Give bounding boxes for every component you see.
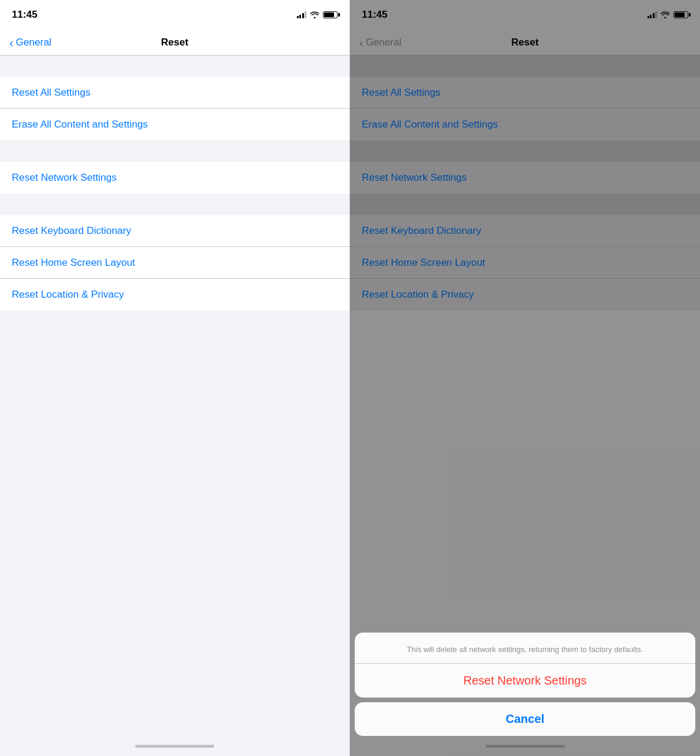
section-sep-left-1 xyxy=(0,56,349,77)
back-button-left[interactable]: ‹ General xyxy=(9,37,51,48)
chevron-left-icon-right: ‹ xyxy=(359,37,364,48)
settings-group-right-2: Reset Network Settings xyxy=(350,162,700,194)
erase-all-content-label-right: Erase All Content and Settings xyxy=(362,119,498,131)
reset-keyboard-left[interactable]: Reset Keyboard Dictionary xyxy=(0,215,349,247)
reset-all-settings-left[interactable]: Reset All Settings xyxy=(0,77,349,109)
left-panel: 11:45 ‹ General Reset xyxy=(0,0,350,756)
reset-all-settings-right[interactable]: Reset All Settings xyxy=(350,77,700,109)
back-button-right[interactable]: ‹ General xyxy=(359,37,401,48)
reset-keyboard-label-left: Reset Keyboard Dictionary xyxy=(12,225,131,237)
signal-icon-right xyxy=(647,11,658,18)
nav-bar-left: ‹ General Reset xyxy=(0,30,349,56)
settings-group-left-3: Reset Keyboard Dictionary Reset Home Scr… xyxy=(0,215,349,311)
action-sheet-cancel-group: Cancel xyxy=(355,702,695,736)
erase-all-content-left[interactable]: Erase All Content and Settings xyxy=(0,109,349,141)
battery-icon-right xyxy=(673,11,688,18)
reset-keyboard-right[interactable]: Reset Keyboard Dictionary xyxy=(350,215,700,247)
right-panel: 11:45 ‹ General Reset xyxy=(350,0,700,756)
reset-keyboard-label-right: Reset Keyboard Dictionary xyxy=(362,225,481,237)
reset-all-settings-label-left: Reset All Settings xyxy=(12,87,90,99)
action-sheet: This will delete all network settings, r… xyxy=(350,633,700,756)
section-sep-right-2 xyxy=(350,141,700,162)
reset-home-screen-left[interactable]: Reset Home Screen Layout xyxy=(0,247,349,279)
reset-location-label-right: Reset Location & Privacy xyxy=(362,289,474,301)
reset-home-screen-label-right: Reset Home Screen Layout xyxy=(362,257,485,269)
reset-network-label-left: Reset Network Settings xyxy=(12,172,117,184)
action-sheet-destructive-button[interactable]: Reset Network Settings xyxy=(355,664,695,698)
nav-title-left: Reset xyxy=(161,37,188,48)
action-sheet-group: This will delete all network settings, r… xyxy=(355,633,695,698)
wifi-icon-left xyxy=(310,11,319,18)
settings-group-right-3: Reset Keyboard Dictionary Reset Home Scr… xyxy=(350,215,700,311)
settings-group-right-1: Reset All Settings Erase All Content and… xyxy=(350,77,700,141)
settings-group-left-2: Reset Network Settings xyxy=(0,162,349,194)
settings-group-left-1: Reset All Settings Erase All Content and… xyxy=(0,77,349,141)
reset-all-settings-label-right: Reset All Settings xyxy=(362,87,440,99)
chevron-left-icon-left: ‹ xyxy=(9,37,14,48)
reset-network-right[interactable]: Reset Network Settings xyxy=(350,162,700,194)
nav-bar-right: ‹ General Reset xyxy=(350,30,700,56)
section-sep-right-1 xyxy=(350,56,700,77)
reset-location-right[interactable]: Reset Location & Privacy xyxy=(350,279,700,311)
battery-icon-left xyxy=(323,11,338,18)
action-sheet-cancel-button[interactable]: Cancel xyxy=(355,702,695,736)
reset-home-screen-label-left: Reset Home Screen Layout xyxy=(12,257,135,269)
erase-all-content-label-left: Erase All Content and Settings xyxy=(12,119,148,131)
home-indicator-left xyxy=(0,736,349,756)
nav-title-right: Reset xyxy=(511,37,538,48)
section-sep-right-3 xyxy=(350,194,700,215)
erase-all-content-right[interactable]: Erase All Content and Settings xyxy=(350,109,700,141)
status-time-left: 11:45 xyxy=(12,9,37,21)
home-bar-left xyxy=(135,745,214,748)
reset-network-label-right: Reset Network Settings xyxy=(362,172,467,184)
wifi-icon-right xyxy=(660,11,670,18)
action-sheet-message: This will delete all network settings, r… xyxy=(355,633,695,664)
status-bar-right: 11:45 xyxy=(350,0,700,30)
back-label-left: General xyxy=(16,37,51,48)
reset-home-screen-right[interactable]: Reset Home Screen Layout xyxy=(350,247,700,279)
status-bar-left: 11:45 xyxy=(0,0,349,30)
signal-icon-left xyxy=(297,11,307,18)
section-sep-left-3 xyxy=(0,194,349,215)
status-icons-right xyxy=(647,11,689,18)
reset-network-left[interactable]: Reset Network Settings xyxy=(0,162,349,194)
reset-location-label-left: Reset Location & Privacy xyxy=(12,289,124,301)
section-sep-left-2 xyxy=(0,141,349,162)
reset-location-left[interactable]: Reset Location & Privacy xyxy=(0,279,349,311)
back-label-right: General xyxy=(366,37,401,48)
status-icons-left xyxy=(297,11,338,18)
status-time-right: 11:45 xyxy=(362,9,387,21)
